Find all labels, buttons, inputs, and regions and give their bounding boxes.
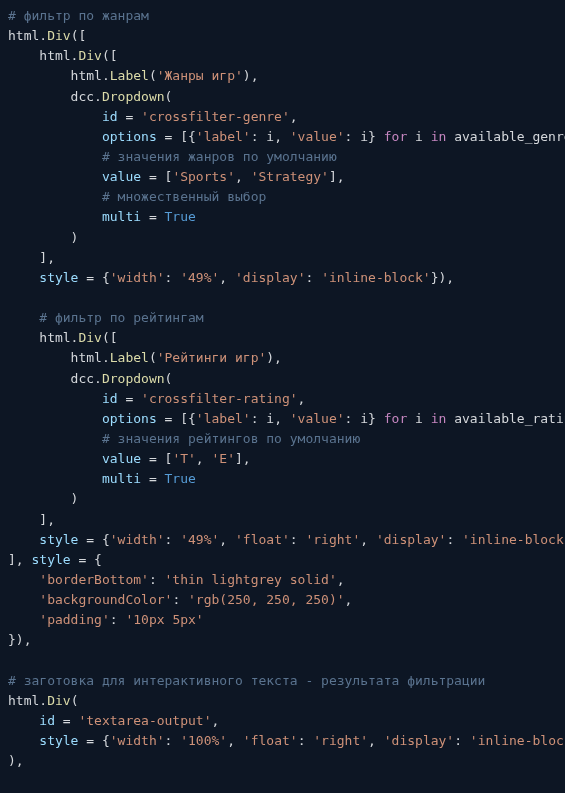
code-token: ), [243, 68, 259, 83]
code-token: , [235, 169, 251, 184]
code-token: html. [8, 330, 78, 345]
code-line: html.Label('Рейтинги игр'), [8, 350, 282, 365]
code-token: , [337, 572, 345, 587]
code-token: ], [8, 250, 55, 265]
code-token [8, 713, 39, 728]
code-token: True [165, 471, 196, 486]
code-token: ], [8, 552, 31, 567]
code-token: # значения жанров по умолчанию [102, 149, 337, 164]
code-token: 'Рейтинги игр' [157, 350, 267, 365]
code-token: ], [329, 169, 345, 184]
code-token [8, 149, 102, 164]
code-token: : [446, 532, 462, 547]
code-token: , [345, 592, 353, 607]
code-token: = [141, 471, 164, 486]
code-token: style [39, 532, 78, 547]
code-line: id = 'crossfilter-genre', [8, 109, 298, 124]
code-token: , [196, 451, 212, 466]
code-token: : [298, 733, 314, 748]
code-token: i [407, 411, 430, 426]
code-token [8, 451, 102, 466]
code-line: style = {'width': '49%', 'display': 'inl… [8, 270, 454, 285]
code-token: ), [8, 753, 24, 768]
code-token: 'inline-block' [462, 532, 565, 547]
code-token: Div [78, 48, 101, 63]
code-token: '49%' [180, 270, 219, 285]
code-token: for [384, 129, 407, 144]
code-line: }), [8, 632, 31, 647]
code-line: html.Div([ [8, 48, 118, 63]
code-line: 'padding': '10px 5px' [8, 612, 204, 627]
code-token [8, 733, 39, 748]
code-token: = [ [141, 451, 172, 466]
code-line: # значения рейтингов по умолчанию [8, 431, 360, 446]
code-token: ) [8, 230, 78, 245]
code-token: style [39, 733, 78, 748]
code-line: # заготовка для интерактивного текста - … [8, 673, 485, 688]
code-line: options = [{'label': i, 'value': i} for … [8, 129, 565, 144]
code-token [8, 431, 102, 446]
code-line: ) [8, 230, 78, 245]
code-token [8, 270, 39, 285]
code-token: 'inline-block' [321, 270, 431, 285]
code-token: , [212, 713, 220, 728]
code-token: = [{ [157, 411, 196, 426]
code-token [8, 189, 102, 204]
code-token: html. [8, 68, 110, 83]
code-token: = [{ [157, 129, 196, 144]
code-token: 'backgroundColor' [39, 592, 172, 607]
code-token: 'borderBottom' [39, 572, 149, 587]
code-line: html.Div([ [8, 28, 86, 43]
code-token: }), [431, 270, 454, 285]
code-line: style = {'width': '100%', 'float': 'righ… [8, 733, 565, 748]
code-token: value [102, 451, 141, 466]
code-token: 'width' [110, 270, 165, 285]
code-token: in [431, 129, 447, 144]
code-token: value [102, 169, 141, 184]
code-token: html. [8, 350, 110, 365]
code-token [8, 592, 39, 607]
code-token: Dropdown [102, 89, 165, 104]
code-line: html.Div([ [8, 330, 118, 345]
code-token: ], [235, 451, 251, 466]
code-token: id [102, 391, 118, 406]
code-line: ], style = { [8, 552, 102, 567]
code-line: id = 'textarea-output', [8, 713, 219, 728]
code-token: # фильтр по рейтингам [39, 310, 203, 325]
code-line: # фильтр по жанрам [8, 8, 149, 23]
code-token: ( [149, 350, 157, 365]
code-token: : i} [345, 129, 384, 144]
code-token [8, 532, 39, 547]
code-token: 'right' [313, 733, 368, 748]
code-token: 'display' [235, 270, 305, 285]
code-token: ( [71, 693, 79, 708]
code-token: html. [8, 48, 78, 63]
code-token: 'value' [290, 129, 345, 144]
code-token: ([ [102, 330, 118, 345]
code-token: 'float' [243, 733, 298, 748]
code-token: 'Strategy' [251, 169, 329, 184]
code-token: dcc. [8, 89, 102, 104]
code-token: 'crossfilter-genre' [141, 109, 290, 124]
code-token: : [454, 733, 470, 748]
code-token: }), [8, 632, 31, 647]
code-token: options [102, 411, 157, 426]
code-line: ], [8, 512, 55, 527]
code-line: # значения жанров по умолчанию [8, 149, 337, 164]
code-token: ( [165, 89, 173, 104]
code-token: style [39, 270, 78, 285]
code-token: 'label' [196, 129, 251, 144]
code-token: : [165, 532, 181, 547]
code-token: , [368, 733, 384, 748]
code-token: : [305, 270, 321, 285]
code-token: # значения рейтингов по умолчанию [102, 431, 360, 446]
code-token: 'right' [305, 532, 360, 547]
code-token [8, 391, 102, 406]
code-line: style = {'width': '49%', 'float': 'right… [8, 532, 565, 547]
code-token: 'padding' [39, 612, 109, 627]
code-token: 'display' [384, 733, 454, 748]
code-token: = { [78, 270, 109, 285]
code-token: in [431, 411, 447, 426]
code-token [8, 471, 102, 486]
code-token: Div [78, 330, 101, 345]
